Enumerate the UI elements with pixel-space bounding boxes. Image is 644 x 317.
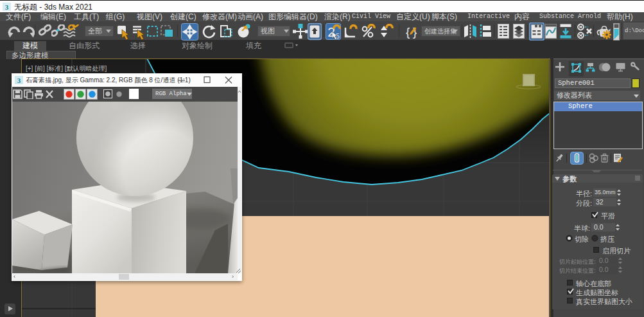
svg-text:3: 3 — [17, 77, 21, 84]
svg-text:{: { — [406, 25, 410, 39]
